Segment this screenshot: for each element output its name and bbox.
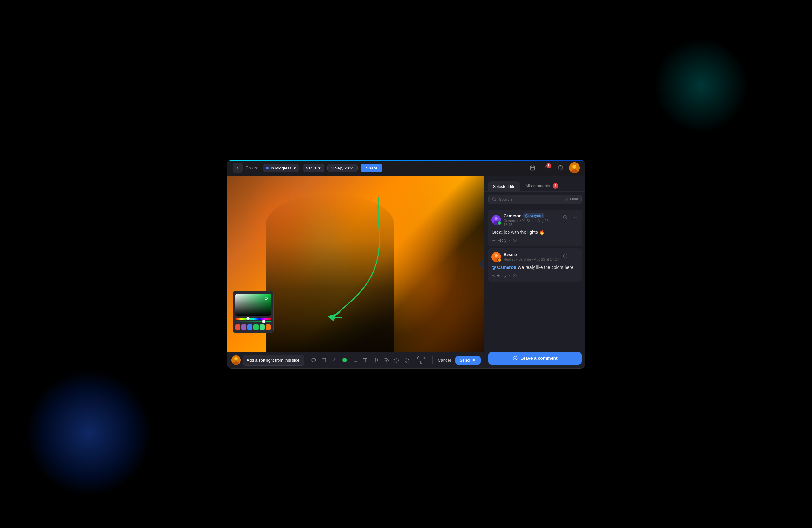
- svg-line-14: [333, 358, 336, 362]
- svg-marker-26: [473, 358, 475, 362]
- back-button[interactable]: ‹: [233, 163, 243, 173]
- version-badge[interactable]: Ver. 1 ▾: [303, 164, 324, 172]
- help-button[interactable]: [555, 162, 566, 173]
- leave-comment-button[interactable]: Leave a comment: [488, 352, 582, 365]
- tab-selected-file[interactable]: Selected file: [488, 181, 520, 191]
- leave-comment-bar: Leave a comment: [484, 348, 584, 368]
- swatch-red[interactable]: [235, 324, 240, 330]
- svg-point-12: [312, 358, 316, 362]
- comment-subtext-1: Comment • 01 Slide • Aug 28 at 13:43: [504, 219, 561, 226]
- eye-icon-2[interactable]: [512, 273, 517, 278]
- comment-input[interactable]: [243, 355, 304, 366]
- circle-tool[interactable]: [309, 356, 318, 365]
- redo-tool[interactable]: [403, 356, 411, 365]
- text-tool[interactable]: [361, 356, 370, 365]
- comment-avatar-bessie: [491, 252, 501, 262]
- tab-selected-file-label: Selected file: [493, 184, 515, 189]
- svg-rect-0: [530, 166, 535, 171]
- upload-tool[interactable]: [382, 356, 390, 365]
- filter-button[interactable]: Filter: [565, 197, 579, 202]
- status-badge[interactable]: In Progress ▾: [263, 164, 299, 172]
- header-left: ‹ Project In Progress ▾ Ver. 1 ▾ 3 Sep, …: [233, 163, 524, 173]
- swatch-purple[interactable]: [242, 324, 246, 330]
- swatch-orange[interactable]: [266, 324, 271, 330]
- comment-footer-1: Reply: [491, 238, 579, 243]
- comment-author-row-2: Bessie Replied • 01 Slide • Aug 29 at 17…: [491, 252, 559, 262]
- swatch-blue[interactable]: [247, 324, 252, 330]
- comment-header-2: Bessie Replied • 01 Slide • Aug 29 at 17…: [491, 252, 579, 262]
- eye-icon-1[interactable]: [512, 238, 517, 243]
- send-button[interactable]: Send: [455, 356, 481, 365]
- user-avatar[interactable]: [569, 162, 580, 173]
- header-right: 3: [527, 162, 580, 173]
- comment-footer-2: Reply: [491, 273, 579, 278]
- comment-resolve-btn-2[interactable]: [561, 252, 569, 260]
- svg-rect-13: [322, 358, 326, 362]
- canvas-area: ›: [228, 176, 484, 368]
- svg-point-7: [572, 165, 576, 168]
- footer-dot-2: [509, 275, 510, 276]
- comment-meta-1: Cameron @everyone Comment • 01 Slide • A…: [504, 214, 561, 226]
- cancel-button[interactable]: Cancel: [435, 357, 453, 364]
- tab-all-comments[interactable]: All comments 2: [521, 180, 563, 191]
- arrow-tool[interactable]: [330, 356, 339, 365]
- move-tool[interactable]: [372, 356, 380, 365]
- svg-point-10: [234, 357, 237, 361]
- share-button[interactable]: Share: [361, 164, 382, 172]
- comment-more-btn-1[interactable]: ⋯: [571, 214, 579, 221]
- app-window: ‹ Project In Progress ▾ Ver. 1 ▾ 3 Sep, …: [227, 160, 585, 369]
- reply-link-1[interactable]: Reply: [491, 238, 506, 243]
- comment-search-bar[interactable]: Filter: [488, 195, 582, 204]
- comment-subtext-2: Replied • 01 Slide • Aug 29 at 17:24: [504, 258, 559, 261]
- reply-label-2: Reply: [496, 273, 506, 278]
- reply-icon-2: [491, 274, 495, 277]
- comment-name-row-1: Cameron @everyone: [504, 214, 561, 218]
- footer-dot-1: [509, 240, 510, 241]
- comment-card-2: Bessie Replied • 01 Slide • Aug 29 at 17…: [488, 248, 582, 282]
- date-badge: 3 Sep, 2024: [327, 164, 358, 172]
- comment-mention-2: @ Cameron: [491, 265, 516, 270]
- rect-tool[interactable]: [320, 356, 328, 365]
- list-tool[interactable]: [351, 356, 359, 365]
- svg-point-27: [492, 197, 495, 201]
- reply-link-2[interactable]: Reply: [491, 273, 506, 278]
- swatch-green[interactable]: [253, 324, 258, 330]
- notification-button[interactable]: 3: [541, 162, 552, 173]
- svg-point-39: [514, 275, 516, 276]
- leave-comment-label: Leave a comment: [520, 356, 557, 361]
- comment-author-row-1: Cameron @everyone Comment • 01 Slide • A…: [491, 214, 561, 226]
- version-label: Ver. 1: [306, 166, 317, 171]
- color-gradient[interactable]: [235, 294, 271, 316]
- comment-body-2: We realy like the colors here!: [518, 265, 575, 270]
- right-panel: Selected file All comments 2 Filter: [484, 176, 584, 368]
- search-input[interactable]: [499, 197, 562, 202]
- color-picker: [233, 291, 274, 333]
- notification-count: 3: [546, 163, 551, 168]
- calendar-button[interactable]: [527, 162, 538, 173]
- status-dot: [266, 166, 269, 169]
- clear-all-button[interactable]: Clear all: [413, 354, 430, 366]
- svg-point-31: [495, 217, 498, 220]
- comment-card-1: Cameron @everyone Comment • 01 Slide • A…: [488, 210, 582, 246]
- main-content: ›: [228, 176, 585, 368]
- header-bar: ‹ Project In Progress ▾ Ver. 1 ▾ 3 Sep, …: [228, 160, 585, 176]
- hue-slider[interactable]: [235, 318, 271, 320]
- comment-resolve-btn-1[interactable]: [561, 214, 569, 221]
- background-glow-teal: [654, 38, 749, 133]
- active-color-dot: [343, 358, 347, 362]
- opacity-slider[interactable]: [235, 321, 271, 322]
- status-chevron: ▾: [294, 166, 296, 171]
- comment-more-btn-2[interactable]: ⋯: [571, 252, 579, 260]
- color-cursor[interactable]: [264, 297, 268, 300]
- project-label: Project: [246, 165, 260, 171]
- svg-point-36: [495, 254, 498, 257]
- color-tool[interactable]: [340, 356, 349, 365]
- filter-label: Filter: [570, 197, 579, 202]
- comments-list: Cameron @everyone Comment • 01 Slide • A…: [484, 207, 584, 348]
- drawing-toolbar: Clear all Cancel Send: [228, 352, 484, 368]
- reply-icon-1: [491, 238, 495, 242]
- swatch-light-green[interactable]: [260, 324, 264, 330]
- svg-marker-29: [565, 198, 568, 201]
- comments-count-badge: 2: [552, 183, 558, 189]
- undo-tool[interactable]: [392, 356, 401, 365]
